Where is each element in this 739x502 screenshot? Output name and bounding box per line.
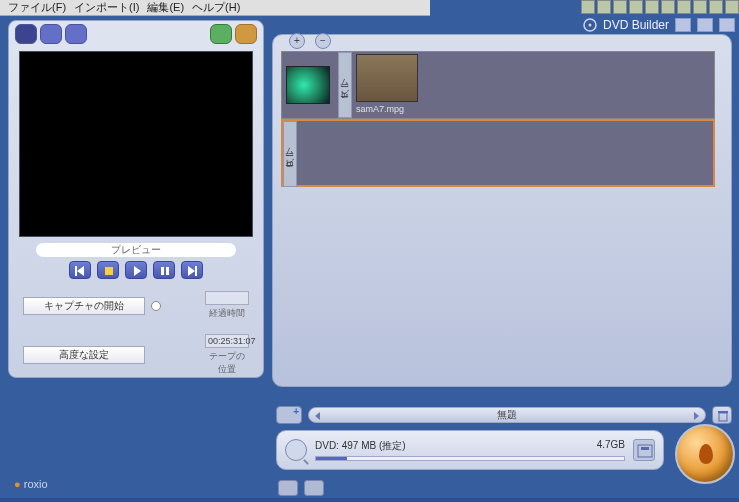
tape-position-label: テープの位置 — [205, 350, 249, 376]
preview-monitor — [19, 51, 253, 237]
next-button[interactable] — [181, 261, 203, 279]
pause-button[interactable] — [153, 261, 175, 279]
zoom-in-button[interactable]: + — [289, 33, 305, 49]
task-icon — [693, 0, 707, 14]
brand-logo: ● roxio — [14, 478, 48, 490]
svg-rect-11 — [718, 411, 728, 413]
clip-thumbnail[interactable] — [356, 54, 418, 102]
track-preview-thumb — [286, 66, 330, 104]
left-panel: プレビュー キャプチャの開始 経過時間 高度な設定 00:25:31:07 テー… — [8, 20, 264, 378]
window-titlebar: DVD Builder — [583, 16, 735, 34]
app-title: DVD Builder — [603, 18, 669, 32]
svg-marker-5 — [134, 266, 141, 276]
track-b-tab[interactable]: ムービーB — [283, 121, 297, 187]
play-button[interactable] — [125, 261, 147, 279]
disc-capacity-text: 4.7GB — [597, 439, 625, 453]
disc-zoom-icon[interactable] — [285, 439, 307, 461]
task-icon — [597, 0, 611, 14]
svg-rect-13 — [641, 447, 649, 450]
svg-rect-9 — [195, 266, 197, 276]
menu-bar: ファイル(F) インポート(I) 編集(E) ヘルプ(H) — [0, 0, 430, 16]
svg-rect-12 — [638, 445, 652, 457]
task-icon — [613, 0, 627, 14]
task-icon — [645, 0, 659, 14]
external-taskbar — [581, 0, 739, 15]
task-icon — [725, 0, 739, 14]
taskbar-bottom — [0, 498, 739, 502]
prev-button[interactable] — [69, 261, 91, 279]
menu-edit[interactable]: 編集(E) — [147, 0, 184, 15]
menu-navigation-row: 無題 — [276, 404, 732, 426]
disc-usage-text: DVD: 497 MB (推定) — [315, 439, 406, 453]
menu-title-display[interactable]: 無題 — [308, 407, 706, 423]
disc-status-row: DVD: 497 MB (推定) 4.7GB — [276, 430, 664, 470]
source-folder-button[interactable] — [40, 24, 62, 44]
source-toolbar — [9, 21, 263, 47]
elapsed-time-box — [205, 291, 249, 305]
capture-section: キャプチャの開始 経過時間 高度な設定 00:25:31:07 テープの位置 — [9, 291, 263, 376]
elapsed-time-label: 経過時間 — [205, 307, 249, 320]
menu-import[interactable]: インポート(I) — [74, 0, 139, 15]
start-capture-button[interactable]: キャプチャの開始 — [23, 297, 145, 315]
bottom-tool-icons — [278, 480, 324, 496]
track-a-tab[interactable]: ムービーA — [338, 52, 352, 118]
disc-button[interactable] — [235, 24, 257, 44]
close-button[interactable] — [719, 18, 735, 32]
preview-label: プレビュー — [36, 243, 236, 257]
zoom-out-button[interactable]: − — [315, 33, 331, 49]
capture-radio[interactable] — [151, 301, 161, 311]
svg-marker-8 — [188, 266, 195, 276]
burn-button[interactable] — [675, 424, 735, 484]
maximize-button[interactable] — [697, 18, 713, 32]
minimize-button[interactable] — [675, 18, 691, 32]
movie-track-a[interactable]: ムービーA samA7.mpg — [281, 51, 715, 119]
svg-rect-7 — [166, 267, 169, 275]
timeline-panel: + − ムービーA samA7.mpg ムービーB — [272, 34, 732, 387]
effect-button[interactable] — [210, 24, 232, 44]
task-icon — [581, 0, 595, 14]
disc-icon — [583, 18, 597, 32]
svg-rect-10 — [719, 413, 727, 421]
menu-help[interactable]: ヘルプ(H) — [192, 0, 240, 15]
source-music-button[interactable] — [65, 24, 87, 44]
add-menu-button[interactable] — [276, 406, 302, 424]
task-icon — [629, 0, 643, 14]
svg-point-1 — [588, 24, 591, 27]
source-camera-button[interactable] — [15, 24, 37, 44]
transport-controls — [9, 261, 263, 279]
svg-rect-6 — [161, 267, 164, 275]
task-icon — [661, 0, 675, 14]
movie-track-b[interactable]: ムービーB — [281, 119, 715, 187]
svg-rect-3 — [75, 266, 77, 276]
svg-rect-4 — [105, 267, 113, 275]
task-icon — [677, 0, 691, 14]
menu-file[interactable]: ファイル(F) — [8, 0, 66, 15]
output-settings-button[interactable] — [633, 439, 655, 461]
task-icon — [709, 0, 723, 14]
tape-position-box: 00:25:31:07 — [205, 334, 249, 348]
tool-icon-2[interactable] — [304, 480, 324, 496]
stop-button[interactable] — [97, 261, 119, 279]
tool-icon-1[interactable] — [278, 480, 298, 496]
delete-button[interactable] — [712, 406, 732, 424]
disc-usage-bar — [315, 456, 625, 461]
clip-filename: samA7.mpg — [356, 104, 404, 114]
svg-marker-2 — [77, 266, 84, 276]
advanced-settings-button[interactable]: 高度な設定 — [23, 346, 145, 364]
